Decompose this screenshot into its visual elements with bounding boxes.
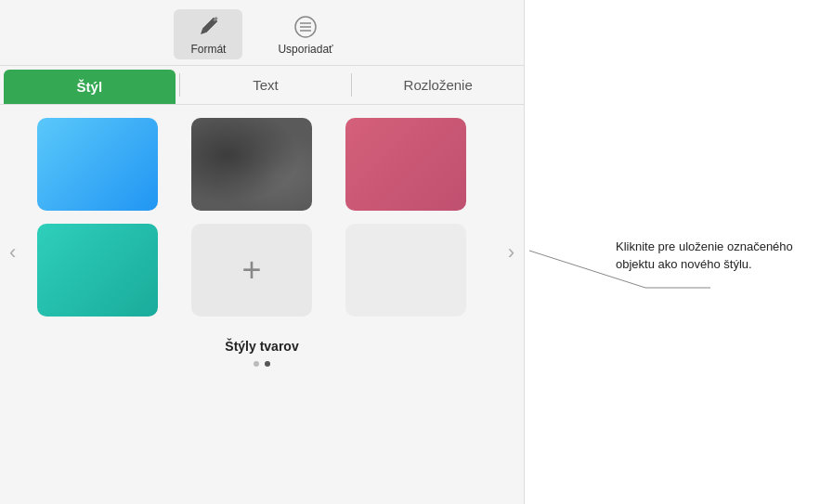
format-button[interactable]: Formát	[174, 9, 242, 59]
format-icon	[194, 13, 222, 41]
shape-blue[interactable]	[37, 118, 158, 211]
arrange-label: Usporiadať	[278, 43, 332, 56]
arrange-icon	[292, 13, 319, 41]
chevron-right-icon: ›	[508, 240, 514, 264]
tab-text[interactable]: Text	[180, 66, 352, 104]
format-panel: Formát Usporiadať Štýl Text Roz	[0, 0, 525, 504]
toolbar: Formát Usporiadať	[0, 0, 524, 66]
callout-area: Kliknite pre uloženie označeného objektu…	[525, 0, 820, 504]
pagination-dot-2[interactable]	[265, 361, 270, 367]
tab-bar: Štýl Text Rozloženie	[0, 66, 524, 105]
nav-left-button[interactable]: ‹	[2, 233, 23, 272]
section-title: Štýly tvarov	[0, 339, 524, 354]
format-label: Formát	[190, 43, 226, 56]
pagination	[0, 361, 524, 367]
shapes-grid: +	[0, 105, 524, 330]
tab-layout[interactable]: Rozloženie	[352, 66, 524, 104]
chevron-left-icon: ‹	[9, 240, 16, 264]
shape-empty	[345, 224, 466, 317]
pagination-dot-1[interactable]	[254, 361, 259, 367]
arrange-button[interactable]: Usporiadať	[261, 9, 349, 59]
shape-pink[interactable]	[345, 118, 466, 211]
shape-dark[interactable]	[191, 118, 312, 211]
callout-text: Kliknite pre uloženie označeného objektu…	[616, 238, 801, 274]
nav-right-button[interactable]: ›	[501, 233, 522, 272]
shape-teal[interactable]	[37, 224, 158, 317]
add-style-button[interactable]: +	[191, 224, 312, 317]
tab-style[interactable]: Štýl	[4, 70, 176, 104]
